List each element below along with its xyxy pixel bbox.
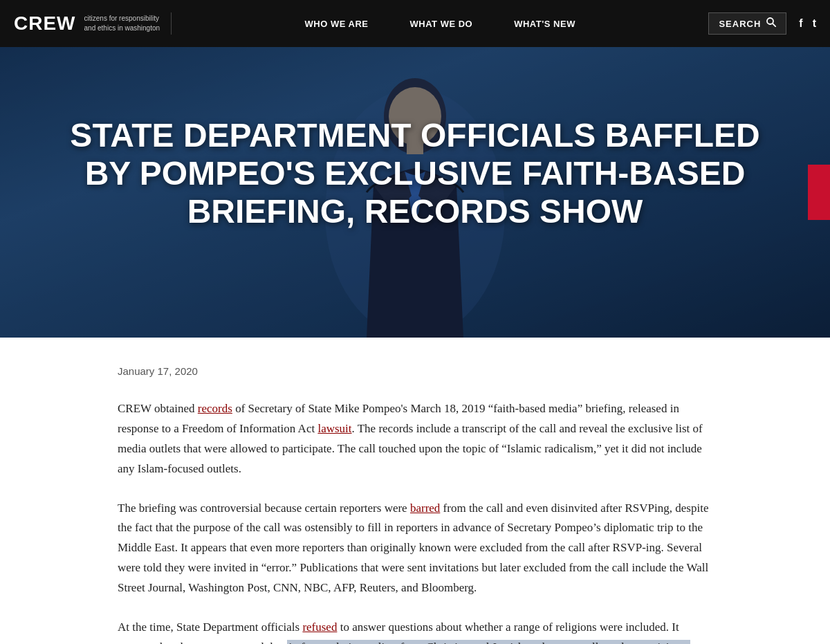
site-header: CREW citizens for responsibility and eth… [0,0,830,47]
facebook-icon[interactable]: f [799,17,802,30]
search-label: SEARCH [719,19,761,29]
nav-whats-new[interactable]: WHAT'S NEW [514,19,575,29]
logo-area[interactable]: CREW citizens for responsibility and eth… [14,12,172,35]
social-icons-area: f t [799,17,816,30]
p1-link-lawsuit[interactable]: lawsuit [317,422,351,435]
article-container: January 17, 2020 CREW obtained records o… [76,338,754,644]
p2-link-barred[interactable]: barred [410,502,440,515]
article-date: January 17, 2020 [118,365,712,377]
p3-highlighted-text: in fact, only journalists from Christian… [287,640,690,644]
twitter-icon[interactable]: t [813,17,816,30]
main-nav: WHO WE ARE WHAT WE DO WHAT'S NEW [172,19,708,29]
search-button[interactable]: SEARCH [708,12,786,35]
logo-tagline: citizens for responsibility and ethics i… [84,14,160,33]
nav-what-we-do[interactable]: WHAT WE DO [410,19,473,29]
nav-who-we-are[interactable]: WHO WE ARE [305,19,369,29]
paragraph-3: At the time, State Department officials … [118,618,712,644]
p1-link-records[interactable]: records [198,402,232,415]
p3-link-refused[interactable]: refused [302,620,337,634]
p3-text-before: At the time, State Department officials [118,620,302,634]
svg-line-1 [773,24,776,27]
p2-text-before: The briefing was controversial because c… [118,502,410,515]
paragraph-2: The briefing was controversial because c… [118,499,712,598]
p2-text-after: from the call and even disinvited after … [118,502,708,595]
search-icon [766,17,776,30]
hero-title: STATE DEPARTMENT OFFICIALS BAFFLED BY PO… [0,116,830,231]
hero-section: STATE DEPARTMENT OFFICIALS BAFFLED BY PO… [0,47,830,338]
article-body: CREW obtained records of Secretary of St… [118,399,712,644]
scroll-tab[interactable] [808,165,830,220]
p1-text-before: CREW obtained [118,402,198,415]
paragraph-1: CREW obtained records of Secretary of St… [118,399,712,479]
logo-crew-text: CREW [14,12,76,35]
